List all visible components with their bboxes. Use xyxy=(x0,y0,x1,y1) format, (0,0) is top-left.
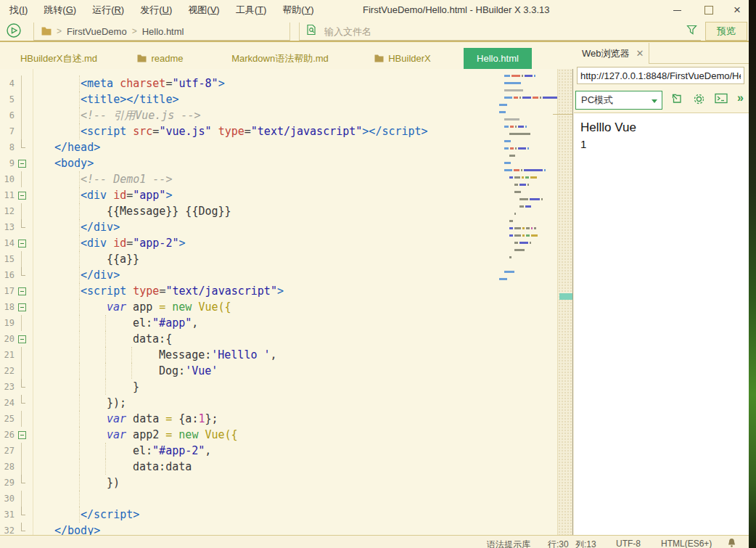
editor-tab[interactable]: readme xyxy=(128,48,193,69)
minimap-seg xyxy=(509,176,513,179)
minimap[interactable] xyxy=(499,75,554,293)
bell-icon[interactable] xyxy=(727,538,736,548)
code-line[interactable]: 32</body> xyxy=(0,523,557,535)
menu-item[interactable]: 跳转(G) xyxy=(36,4,84,17)
code-line[interactable]: 23} xyxy=(0,379,557,395)
minimap-seg xyxy=(514,242,518,244)
minimap-seg xyxy=(514,184,518,186)
code-token: "app" xyxy=(133,189,165,202)
menu-item[interactable]: 视图(V) xyxy=(180,4,227,17)
fold-toggle-icon[interactable] xyxy=(18,287,26,295)
open-external-button[interactable] xyxy=(671,93,683,107)
editor-tab[interactable]: Hello.html xyxy=(464,48,532,69)
fold-toggle-icon[interactable] xyxy=(18,240,26,248)
breadcrumb-file[interactable]: Hello.html xyxy=(142,26,184,37)
console-button[interactable] xyxy=(715,93,728,107)
code-line[interactable]: 6<!-- 引用Vue.js --> xyxy=(0,107,557,123)
code-token: <meta xyxy=(81,77,113,90)
code-line[interactable]: 18var app = new Vue({ xyxy=(0,299,557,315)
close-icon[interactable]: ✕ xyxy=(636,48,644,59)
editor-tab[interactable]: HBuilderX xyxy=(363,48,443,69)
line-number: 7 xyxy=(0,123,15,139)
fold-guide xyxy=(21,75,22,91)
code-line[interactable]: 13</div> xyxy=(0,219,557,235)
code-line[interactable]: 11<div id="app"> xyxy=(0,187,557,203)
minimap-seg xyxy=(534,75,535,77)
status-item[interactable]: 列:13 xyxy=(575,539,596,548)
scrollbar-view-mark xyxy=(553,114,573,115)
minimap-seg xyxy=(509,227,513,229)
menu-item[interactable]: 发行(U) xyxy=(132,4,180,17)
device-mode-value: PC模式 xyxy=(581,94,613,107)
code-line[interactable]: 30 xyxy=(0,491,557,507)
indent-guide xyxy=(105,363,106,379)
code-line[interactable]: 21Message:'Helllo ', xyxy=(0,347,557,363)
close-button[interactable]: × xyxy=(726,0,749,20)
editor-tab[interactable]: Markdown语法帮助.md xyxy=(216,48,344,69)
web-browser-panel-tab[interactable]: Web浏览器 ✕ xyxy=(574,43,649,64)
settings-button[interactable] xyxy=(693,93,705,108)
code-token: data:data xyxy=(133,460,192,473)
code-line[interactable]: 26var app2 = new Vue({ xyxy=(0,427,557,443)
code-line[interactable]: 28data:data xyxy=(0,459,557,475)
editor-tab[interactable]: HBuilderX自述.md xyxy=(4,48,113,69)
device-mode-select[interactable]: PC模式 xyxy=(575,91,662,110)
preview-button[interactable]: 预览 xyxy=(705,22,747,41)
fold-toggle-icon[interactable] xyxy=(18,160,26,168)
breadcrumb[interactable]: > FirstVueDemo > Hello.html xyxy=(33,23,290,41)
fold-toggle-icon[interactable] xyxy=(18,335,26,343)
status-item[interactable]: 语法提示库 xyxy=(487,539,530,548)
code-line[interactable]: 15{{a}} xyxy=(0,251,557,267)
line-number: 16 xyxy=(0,267,15,283)
menu-item[interactable]: 找(I) xyxy=(1,4,36,17)
code-line[interactable]: 20data:{ xyxy=(0,331,557,347)
minimap-seg xyxy=(509,234,513,237)
code-line[interactable]: 10<!-- Demo1 --> xyxy=(0,171,557,187)
code-line[interactable]: 9<body> xyxy=(0,155,557,171)
minimap-seg xyxy=(530,176,537,179)
code-line[interactable]: 19el:"#app", xyxy=(0,315,557,331)
status-item[interactable]: 行:30 xyxy=(548,539,569,548)
status-item[interactable]: HTML(ES6+) xyxy=(661,539,712,548)
fold-toggle-icon[interactable] xyxy=(18,303,26,311)
run-button[interactable] xyxy=(6,23,22,38)
code-line[interactable]: 31</script> xyxy=(0,507,557,523)
file-search-box[interactable] xyxy=(299,23,701,41)
code-line[interactable]: 17<script type="text/javascript"> xyxy=(0,283,557,299)
more-options-button[interactable]: » xyxy=(737,91,744,105)
menu-item[interactable]: 工具(T) xyxy=(228,4,275,17)
code-line[interactable]: 7<script src="vue.js" type="text/javascr… xyxy=(0,123,557,139)
code-line[interactable]: 14<div id="app-2"> xyxy=(0,235,557,251)
code-line[interactable]: 16</div> xyxy=(0,267,557,283)
code-line[interactable]: 27el:"#app-2", xyxy=(0,443,557,459)
editor-scrollbar[interactable] xyxy=(557,69,573,535)
line-number: 10 xyxy=(0,171,15,187)
url-input[interactable] xyxy=(577,67,744,84)
code-line[interactable]: 8</head> xyxy=(0,139,557,155)
code-line[interactable]: 25var data = {a:1}; xyxy=(0,411,557,427)
code-token: "#app-2" xyxy=(152,444,205,457)
indent-guide xyxy=(79,251,80,267)
minimize-icon xyxy=(673,10,681,11)
code-line[interactable]: 12{{Message}} {{Dog}} xyxy=(0,203,557,219)
code-line[interactable]: 29}) xyxy=(0,475,557,491)
minimize-button[interactable] xyxy=(663,0,691,20)
funnel-icon[interactable] xyxy=(686,25,697,38)
status-item[interactable]: UTF-8 xyxy=(616,539,641,548)
minimap-seg xyxy=(541,198,543,200)
fold-toggle-icon[interactable] xyxy=(18,192,26,200)
code-line[interactable]: 22Dog:'Vue' xyxy=(0,363,557,379)
code-line[interactable]: 4<meta charset="utf-8"> xyxy=(0,75,557,91)
line-number: 32 xyxy=(0,523,15,535)
maximize-button[interactable] xyxy=(695,0,723,20)
minimap-seg xyxy=(499,104,507,106)
menu-label: 运行( xyxy=(92,4,114,15)
breadcrumb-project[interactable]: FirstVueDemo xyxy=(67,26,127,37)
code-editor[interactable]: 4<meta charset="utf-8">5<title></title>6… xyxy=(0,69,573,535)
menu-item[interactable]: 运行(R) xyxy=(84,4,132,17)
code-line[interactable]: 5<title></title> xyxy=(0,91,557,107)
menu-item[interactable]: 帮助(Y) xyxy=(274,4,321,17)
fold-toggle-icon[interactable] xyxy=(18,431,26,439)
code-line[interactable]: 24}); xyxy=(0,395,557,411)
search-input[interactable] xyxy=(323,25,638,38)
